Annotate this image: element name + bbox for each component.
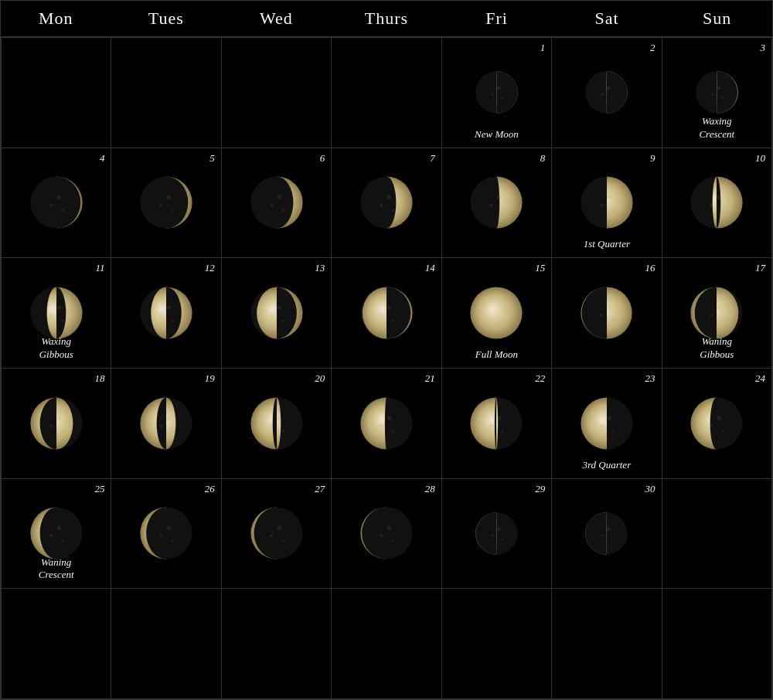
calendar-cell-3: 3WaxingCrescent <box>662 38 772 148</box>
moon-phase-waning_gibbous3 <box>26 392 87 454</box>
moon-phase-waning_crescent2 <box>135 502 197 564</box>
moon-phase-third_quarter_before <box>465 392 527 454</box>
moon-phase-first_quarter_minus <box>465 172 527 233</box>
calendar-header: MonTuesWedThursFriSatSun <box>1 1 772 37</box>
calendar-cell-22: 22 <box>442 369 552 479</box>
day-header-thurs: Thurs <box>332 1 442 36</box>
moon-phase-waxing_gibbous3 <box>246 282 308 344</box>
calendar-cell-1: 1New Moon <box>442 38 552 148</box>
calendar-cell-8: 8 <box>442 148 552 259</box>
cell-date-6: 6 <box>320 152 325 165</box>
calendar-cell-11: 11WaxingGibbous <box>2 258 111 369</box>
calendar-cell-empty <box>222 589 332 699</box>
phase-label: 1st Quarter <box>584 238 630 251</box>
calendar-cell-empty <box>552 589 662 699</box>
day-header-wed: Wed <box>221 1 332 36</box>
cell-date-19: 19 <box>205 372 215 385</box>
cell-date-27: 27 <box>315 483 325 495</box>
phase-label: 3rd Quarter <box>582 459 631 472</box>
calendar-cell-7: 7 <box>332 148 441 259</box>
moon-phase-waxing_gibbous1 <box>26 282 87 344</box>
moon-phase-full <box>465 282 527 344</box>
calendar-cell-9: 91st Quarter <box>552 148 662 259</box>
calendar-cell-23: 233rd Quarter <box>552 369 662 479</box>
moon-phase-waxing_crescent1 <box>26 172 87 233</box>
calendar-cell-5: 5 <box>111 148 221 259</box>
moon-phase-waning_crescent1 <box>26 502 87 564</box>
cell-date-4: 4 <box>100 152 105 165</box>
calendar-cell-15: 15Full Moon <box>442 258 552 369</box>
moon-phase-waning_gibbous4 <box>135 392 197 454</box>
moon-phase-third_quarter_near <box>356 392 417 454</box>
calendar-cell-empty <box>2 589 111 699</box>
calendar-cell-20: 20 <box>222 369 332 479</box>
calendar-cell-25: 25WaningCrescent <box>2 479 111 590</box>
calendar-cell-6: 6 <box>222 148 332 259</box>
phase-label: WaxingGibbous <box>39 335 73 362</box>
moon-phase-first_quarter_plus <box>686 172 747 233</box>
calendar-cell-empty <box>442 589 552 699</box>
calendar-cell-12: 12 <box>111 258 221 369</box>
cell-date-23: 23 <box>645 372 656 385</box>
cell-date-2: 2 <box>650 42 656 54</box>
moon-phase-waxing_gibbous2 <box>135 282 197 344</box>
calendar-cell-24: 24 <box>662 369 772 479</box>
calendar-cell-18: 18 <box>2 369 111 479</box>
calendar-cell-empty <box>222 38 332 148</box>
day-header-tues: Tues <box>111 1 222 36</box>
cell-date-18: 18 <box>94 372 104 385</box>
moon-phase-waning_crescent5 <box>472 508 522 559</box>
moon-phase-waning_crescent3 <box>246 502 308 564</box>
phase-label: WaningCrescent <box>39 556 74 583</box>
calendar-cell-empty <box>111 38 221 148</box>
calendar-cell-29: 29 <box>442 479 552 590</box>
moon-phase-third_quarter_plus <box>686 392 747 454</box>
day-header-sun: Sun <box>662 1 772 36</box>
cell-date-21: 21 <box>425 372 435 385</box>
calendar-cell-2: 2 <box>552 38 662 148</box>
moon-phase-waning_crescent4 <box>356 502 417 564</box>
calendar-cell-14: 14 <box>332 258 441 369</box>
moon-phase-third_quarter_minus <box>246 392 308 454</box>
moon-phase-waning_crescent6 <box>581 508 632 559</box>
day-header-sat: Sat <box>552 1 662 36</box>
moon-phase-waxing_crescent4 <box>356 172 417 233</box>
calendar-cell-17: 17WaningGibbous <box>662 258 772 369</box>
cell-date-15: 15 <box>535 262 545 274</box>
cell-date-28: 28 <box>425 483 435 495</box>
cell-date-14: 14 <box>425 262 435 274</box>
cell-date-8: 8 <box>540 152 546 165</box>
moon-phase-waxing_crescent3 <box>246 172 308 233</box>
moon-phase-third_quarter <box>576 392 638 454</box>
cell-date-13: 13 <box>315 262 325 274</box>
calendar-cell-empty <box>111 589 221 699</box>
cell-date-12: 12 <box>205 262 215 274</box>
moon-phase-waning_gibbous1 <box>576 282 638 344</box>
moon-phase-first_quarter <box>576 172 638 233</box>
calendar-cell-21: 21 <box>332 369 441 479</box>
calendar-cell-19: 19 <box>111 369 221 479</box>
moon-phase-waxing_crescent_thin <box>692 67 742 117</box>
moon-phase-waxing_gibbous4 <box>356 282 417 344</box>
cell-date-22: 22 <box>535 372 545 385</box>
calendar-cell-empty <box>662 589 772 699</box>
phase-label: WaningGibbous <box>700 335 734 362</box>
calendar-cell-27: 27 <box>222 479 332 590</box>
moon-phase-new_plus <box>581 67 632 117</box>
cell-date-1: 1 <box>540 42 546 54</box>
cell-date-20: 20 <box>315 372 325 385</box>
moon-phase-waning_gibbous2 <box>686 282 747 344</box>
day-header-mon: Mon <box>1 1 111 36</box>
cell-date-10: 10 <box>755 152 765 165</box>
calendar-grid: 1New Moon23WaxingCrescent4567891st Quart… <box>1 37 772 699</box>
cell-date-3: 3 <box>761 42 766 54</box>
calendar-cell-empty <box>332 589 441 699</box>
phase-label: Full Moon <box>475 348 518 362</box>
phase-label: New Moon <box>475 128 519 141</box>
calendar-cell-26: 26 <box>111 479 221 590</box>
phase-label: WaxingCrescent <box>699 115 734 141</box>
cell-date-7: 7 <box>430 152 435 165</box>
cell-date-25: 25 <box>94 483 104 495</box>
cell-date-26: 26 <box>205 483 215 495</box>
calendar-cell-empty <box>2 38 111 148</box>
